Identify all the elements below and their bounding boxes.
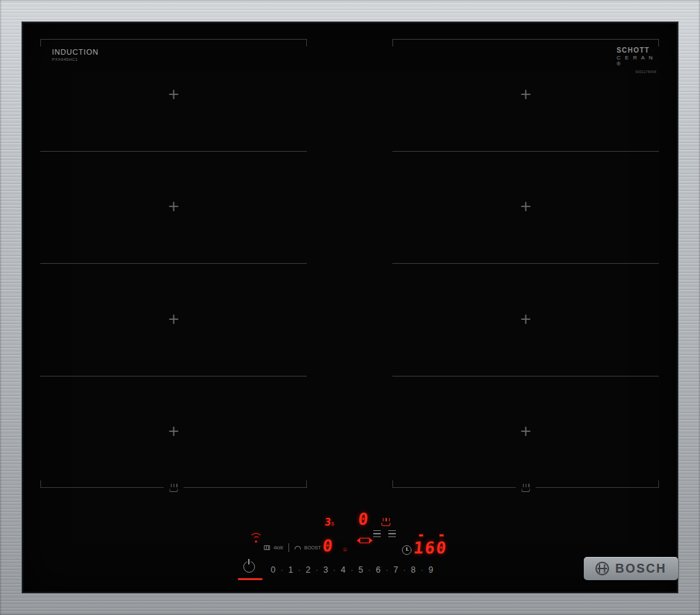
pan-steam-icon	[516, 482, 536, 493]
flex-zone-left: + + + +	[40, 39, 307, 488]
boost-arc-icon	[295, 546, 301, 549]
timer-clock-icon[interactable]	[402, 545, 412, 555]
zone-center-marker: +	[167, 423, 180, 439]
timer-indicator-left	[419, 534, 423, 536]
zone-center-marker: +	[520, 311, 532, 327]
divider	[288, 543, 289, 552]
power-icon[interactable]	[243, 561, 255, 573]
wifi-icon	[250, 533, 262, 543]
timer-indicator-right	[440, 534, 444, 536]
induction-label-block: INDUCTION PXX645HC1	[52, 48, 98, 62]
zone-center-marker: +	[520, 86, 532, 102]
zone-select-icon-left[interactable]	[373, 530, 381, 537]
level-separator: ·	[420, 566, 423, 574]
zone-center-marker: +	[167, 86, 180, 102]
boost-function-labels[interactable]: 4kW BOOST	[264, 543, 321, 552]
zone-level-display-top: 0	[358, 510, 368, 529]
countdown-unit: s	[331, 520, 334, 527]
power-level-5[interactable]: 5	[358, 565, 363, 575]
zone-select-icon-right[interactable]	[388, 530, 396, 537]
schott-code: 9001178348	[617, 70, 656, 74]
glass-surface: + + + + +	[22, 22, 678, 593]
level-separator: ·	[333, 566, 336, 574]
countdown-display: 3s	[325, 516, 334, 528]
flex-move-icon	[360, 538, 370, 543]
bosch-logo-badge: BOSCH	[584, 557, 678, 580]
cooking-zone-left-3[interactable]: +	[40, 264, 307, 377]
cooking-zone-right-3[interactable]: +	[392, 264, 659, 377]
cooking-zone-right-4[interactable]: +	[392, 377, 659, 489]
power-level-slider[interactable]: 0 · 1 · 2 · 3 · 4 · 5 · 6 · 7 · 8 · 9	[271, 565, 433, 575]
power-kw-label: 4kW	[273, 545, 283, 550]
level-separator: ·	[403, 566, 406, 574]
coil-icon	[264, 545, 270, 550]
power-level-4[interactable]: 4	[341, 565, 346, 575]
power-level-2[interactable]: 2	[306, 565, 310, 575]
bosch-symbol-icon	[595, 562, 609, 575]
zone-center-marker: +	[167, 311, 180, 327]
countdown-value: 3	[324, 516, 332, 528]
power-level-6[interactable]: 6	[376, 565, 381, 575]
pan-steam-icon	[164, 482, 184, 493]
power-level-1[interactable]: 1	[288, 565, 293, 575]
level-separator: ·	[298, 566, 301, 574]
cooking-zone-left-2[interactable]: +	[40, 152, 307, 264]
zone-center-marker: +	[520, 198, 532, 215]
induction-label: INDUCTION	[52, 48, 98, 56]
pan-steam-indicator-icon	[381, 517, 390, 527]
level-separator: ·	[386, 566, 388, 574]
favorite-star-key[interactable]: ☆	[342, 544, 347, 554]
bosch-wordmark: BOSCH	[615, 562, 667, 576]
zone-level-display-bottom: 0	[323, 536, 332, 556]
flex-zone-right: + + + +	[392, 39, 659, 488]
power-level-3[interactable]: 3	[323, 565, 328, 575]
cooktop-steel-frame: + + + + +	[0, 0, 700, 615]
schott-line1: SCHOTT	[617, 46, 656, 54]
level-separator: ·	[351, 566, 353, 574]
cooking-zone-left-4[interactable]: +	[40, 377, 307, 489]
schott-ceran-logo: SCHOTT C E R A N ® 9001178348	[617, 46, 656, 74]
schott-line2: C E R A N ®	[617, 55, 656, 67]
level-separator: ·	[368, 566, 371, 574]
power-active-indicator	[238, 578, 262, 580]
cooking-zone-right-2[interactable]: +	[392, 152, 659, 264]
model-number: PXX645HC1	[52, 57, 98, 62]
power-level-8[interactable]: 8	[411, 565, 416, 575]
power-level-0[interactable]: 0	[271, 565, 275, 575]
timer-display: 160	[414, 538, 447, 558]
power-level-7[interactable]: 7	[393, 565, 398, 575]
level-separator: ·	[280, 566, 283, 574]
boost-label: BOOST	[304, 545, 321, 550]
power-level-9[interactable]: 9	[429, 565, 433, 575]
level-separator: ·	[316, 566, 319, 574]
zone-center-marker: +	[520, 423, 532, 439]
zone-center-marker: +	[167, 198, 180, 215]
